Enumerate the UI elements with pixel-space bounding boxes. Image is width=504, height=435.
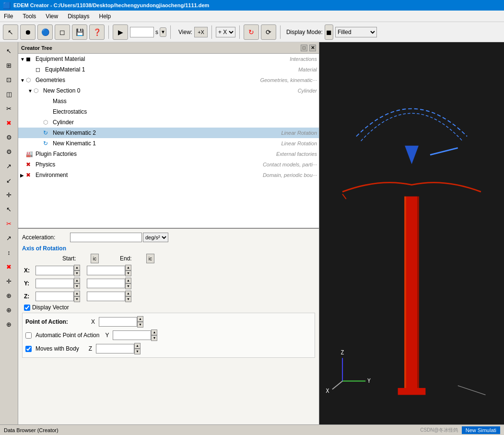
toolbar-particle-btn[interactable]: 🔵 [37, 24, 53, 40]
arrow-geometries: ▼ [20, 78, 26, 83]
sidebar-btn-6[interactable]: ✖ [2, 116, 16, 129]
time-arrow-btn[interactable]: ▼ [160, 27, 166, 37]
end-header: End: ic [105, 254, 163, 263]
sidebar-btn-1[interactable]: ↖ [2, 44, 16, 58]
new-simulation-button[interactable]: New Simulati [462, 426, 500, 434]
icon-kinematic1: ↻ [43, 140, 52, 147]
toolbar-cursor-btn[interactable]: ↖ [3, 24, 18, 40]
start-ic-btn[interactable]: ic [91, 254, 99, 263]
close-btn[interactable]: ✕ [309, 45, 316, 51]
y-end-down[interactable]: ▼ [125, 283, 131, 289]
accel-unit-select[interactable]: deg/s² rad/s² [143, 233, 168, 242]
toolbar-geometry-btn[interactable]: ◻ [55, 24, 70, 40]
sidebar-btn-4[interactable]: ◫ [2, 87, 16, 101]
poa-x-down[interactable]: ▼ [137, 322, 143, 328]
tree-item-equipment-material[interactable]: ▼ ◼ Equipment Material Interactions [18, 54, 319, 64]
z-end-input[interactable]: 0 mm [87, 292, 125, 301]
time-input[interactable]: 0 [130, 27, 154, 37]
display-vector-checkbox[interactable] [24, 305, 30, 311]
sidebar-btn-2[interactable]: ⊞ [2, 59, 16, 72]
label-newsection0: New Section 0 [43, 87, 294, 94]
sidebar-btn-18[interactable]: ⊕ [2, 289, 16, 302]
tree-item-cylinder[interactable]: ⬡ Cylinder [18, 117, 319, 128]
x-start-input[interactable]: 0 mm [35, 266, 74, 275]
sidebar-btn-15[interactable]: ↕ [2, 246, 16, 259]
menu-displays[interactable]: Displays [66, 12, 91, 21]
menu-tools[interactable]: Tools [21, 12, 38, 21]
y-start-arrows: ▲ ▼ [74, 278, 80, 289]
x-start-up[interactable]: ▲ [74, 265, 80, 270]
viewport[interactable]: Time: 0 s [319, 42, 504, 424]
x-end-down[interactable]: ▼ [125, 270, 131, 276]
z-start-down[interactable]: ▼ [74, 296, 80, 302]
menu-file[interactable]: File [2, 12, 15, 21]
poa-z-input[interactable]: 500 mm [96, 344, 134, 353]
sidebar-btn-12[interactable]: ↖ [2, 202, 16, 216]
z-start-arrows: ▲ ▼ [74, 291, 80, 302]
restore-btn[interactable]: □ [301, 45, 307, 51]
tree-item-plugin-factories[interactable]: 🏭 Plugin Factories External factories [18, 149, 319, 159]
sidebar-btn-13[interactable]: ✂ [2, 217, 16, 230]
auto-poa-checkbox[interactable] [25, 332, 32, 339]
x-end-input[interactable]: 1000 mm [87, 266, 125, 275]
view-plus-btn[interactable]: +X [194, 27, 208, 37]
poa-y-down[interactable]: ▼ [151, 335, 157, 341]
tree-item-physics[interactable]: ✖ Physics Contact models, parti··· [18, 159, 319, 170]
z-end-up[interactable]: ▲ [125, 291, 131, 296]
menu-view[interactable]: View [44, 12, 60, 21]
tree-item-electrostatics[interactable]: Electrostatics [18, 106, 319, 117]
tree-item-equipmaterial1[interactable]: ◻ EquipMaterial 1 Material [18, 64, 319, 75]
x-end-up[interactable]: ▲ [125, 265, 131, 270]
axis-select[interactable]: + X + Y + Z - X - Y - Z [216, 27, 235, 37]
poa-x-spinner: 0 mm ▲ ▼ [99, 316, 143, 328]
tree-item-geometries[interactable]: ▼ ⬡ Geometries Geometries, kinematic··· [18, 75, 319, 85]
toolbar-play-btn[interactable]: ▶ [113, 24, 128, 40]
y-start-input[interactable]: 0 mm [35, 279, 74, 288]
sidebar-btn-16[interactable]: ✖ [2, 260, 16, 273]
y-start-down[interactable]: ▼ [74, 283, 80, 289]
end-ic-btn[interactable]: ic [146, 254, 154, 263]
poa-z-up[interactable]: ▲ [134, 343, 141, 349]
desc-newsection0: Cylinder [298, 88, 317, 94]
sidebar-btn-10[interactable]: ↙ [2, 174, 16, 187]
z-start-input[interactable]: 0 mm [35, 292, 74, 301]
menu-help[interactable]: Help [97, 12, 113, 21]
poa-y-up[interactable]: ▲ [151, 329, 157, 335]
poa-z-down[interactable]: ▼ [134, 349, 141, 354]
tree-item-kinematic1[interactable]: ↻ New Kinematic 1 Linear Rotation [18, 138, 319, 149]
y-end-up[interactable]: ▲ [125, 278, 131, 283]
tree-item-newsection0[interactable]: ▼ ⬡ New Section 0 Cylinder [18, 85, 319, 96]
y-end-spinner: 0 mm ▲ ▼ [87, 278, 131, 289]
sidebar-btn-19[interactable]: ⊕ [2, 303, 16, 317]
sidebar-btn-7[interactable]: ⚙ [2, 130, 16, 144]
poa-x-up[interactable]: ▲ [137, 316, 143, 322]
z-start-up[interactable]: ▲ [74, 291, 80, 296]
sidebar-btn-11[interactable]: ✛ [2, 188, 16, 201]
display-mode-select[interactable]: Filled Wireframe Transparent [335, 27, 377, 37]
toolbar-rotate-btn[interactable]: ↻ [244, 24, 259, 40]
sidebar-btn-17[interactable]: ✛ [2, 274, 16, 288]
sidebar-btn-14[interactable]: ↗ [2, 231, 16, 245]
tree-item-kinematic2[interactable]: ↻ New Kinematic 2 Linear Rotation [18, 128, 319, 138]
sidebar-btn-8[interactable]: ⚙ [2, 145, 16, 158]
y-start-up[interactable]: ▲ [74, 278, 80, 283]
sidebar-btn-9[interactable]: ↗ [2, 159, 16, 173]
toolbar-record-btn[interactable]: ⏺ [20, 24, 35, 40]
x-start-down[interactable]: ▼ [74, 270, 80, 276]
sidebar-btn-3[interactable]: ⊡ [2, 73, 16, 86]
toolbar-spin-btn[interactable]: ⟳ [261, 24, 276, 40]
tree-scroll[interactable]: ▼ ◼ Equipment Material Interactions ◻ Eq… [18, 54, 319, 229]
toolbar-save-btn[interactable]: 💾 [72, 24, 87, 40]
toolbar-help-btn[interactable]: ❓ [89, 24, 105, 40]
accel-input[interactable]: 0 deg/s² [70, 233, 142, 242]
sidebar-btn-5[interactable]: ✂ [2, 102, 16, 115]
z-end-down[interactable]: ▼ [125, 296, 131, 302]
poa-x-input[interactable]: 0 mm [99, 317, 137, 327]
tree-item-mass[interactable]: Mass [18, 96, 319, 106]
poa-y-input[interactable]: 0 mm [113, 330, 151, 340]
y-end-input[interactable]: 0 mm [87, 279, 125, 288]
z-start-spinner: 0 mm ▲ ▼ [35, 291, 80, 302]
tree-item-environment[interactable]: ▶ ✖ Environment Domain, periodic bou··· [18, 170, 319, 180]
sidebar-btn-20[interactable]: ⊕ [2, 317, 16, 331]
moves-with-body-checkbox[interactable] [25, 346, 32, 352]
